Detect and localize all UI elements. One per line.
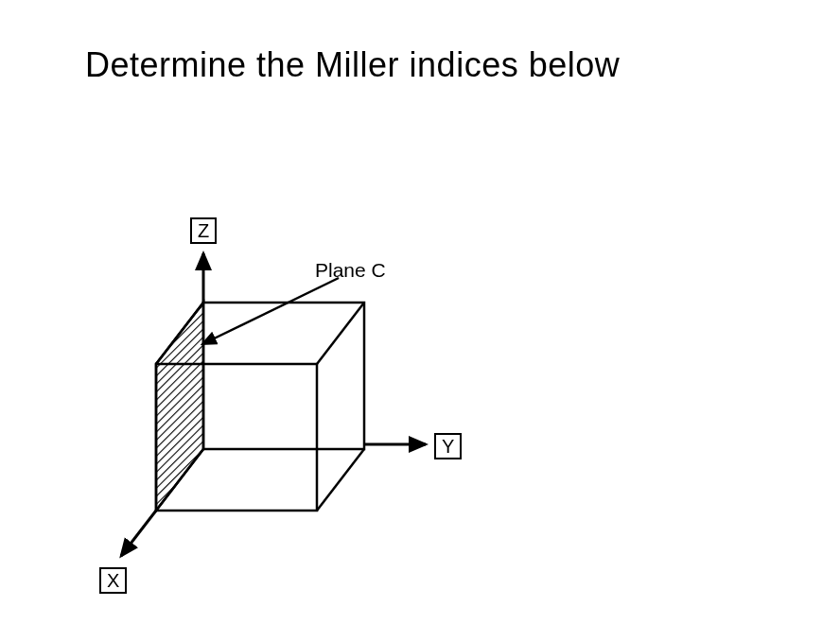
y-axis-label: Y <box>434 433 462 459</box>
plane-pointer <box>202 278 339 344</box>
cube-back-face <box>203 303 364 449</box>
plane-c-label: Plane C <box>315 259 386 282</box>
page-title: Determine the Miller indices below <box>85 45 620 85</box>
diagram: Z Y X Plane C <box>104 227 482 586</box>
z-axis-label: Z <box>190 217 217 244</box>
cube-edge-br <box>317 449 364 511</box>
x-axis <box>121 511 156 556</box>
cube-svg <box>104 227 482 605</box>
cube-edge-tr <box>317 303 364 364</box>
x-axis-label: X <box>99 567 127 594</box>
